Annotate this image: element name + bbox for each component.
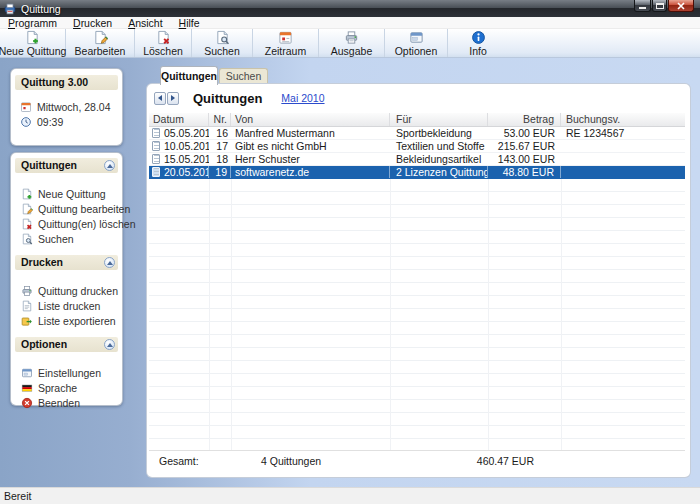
previous-month-button[interactable]	[154, 92, 166, 105]
sidebar-item-beenden[interactable]: Beenden	[11, 395, 122, 410]
maximize-button[interactable]	[652, 0, 667, 12]
toolbar-search-button[interactable]: Suchen	[192, 29, 253, 57]
export-icon	[21, 315, 33, 327]
next-month-button[interactable]	[167, 92, 179, 105]
section-header-optionen[interactable]: Optionen	[15, 337, 118, 352]
receipt-count: 4 Quittungen	[261, 455, 321, 467]
sidebar-info-header: Quittung 3.00	[15, 75, 118, 90]
table-row[interactable]: 15.05.2010 18 Herr Schuster Bekleidungsa…	[149, 153, 685, 166]
toolbar-info-button[interactable]: Info	[448, 29, 508, 57]
receipt-icon	[152, 167, 160, 177]
menu-programm[interactable]: Programm	[0, 17, 65, 29]
close-button[interactable]	[668, 0, 694, 12]
toolbar-delete-button[interactable]: Löschen	[135, 29, 192, 57]
section-header-drucken[interactable]: Drucken	[15, 255, 118, 270]
table-row-selected[interactable]: 20.05.2010 19 softwarenetz.de 2 Lizenzen…	[149, 166, 685, 179]
info-icon	[471, 30, 486, 45]
toolbar-new-receipt-button[interactable]: Neue Quittung	[0, 29, 66, 57]
menu-bar: Programm Drucken Ansicht Hilfe	[0, 17, 700, 29]
new-receipt-icon	[21, 188, 33, 200]
table-row[interactable]: 05.05.2010 16 Manfred Mustermann Sportbe…	[149, 127, 685, 140]
main-panel: Quittungen Mai 2010 Datum Nr. Von Für Be…	[146, 83, 691, 478]
sidebar-item-neue-quittung[interactable]: Neue Quittung	[11, 186, 122, 201]
quittung-app-window: { "window": { "title": "Quittung" }, "me…	[0, 0, 700, 504]
search-icon	[215, 30, 230, 45]
status-bar: Bereit	[0, 487, 700, 504]
table-row[interactable]: 10.05.2010 17 Gibt es nicht GmbH Textili…	[149, 140, 685, 153]
document-icon	[21, 300, 33, 312]
sidebar-item-sprache[interactable]: Sprache	[11, 380, 122, 395]
sidebar-item-quittung-loeschen[interactable]: Quittung(en) löschen	[11, 216, 122, 231]
maximize-icon	[656, 3, 664, 9]
sidebar-nav-panel: Quittungen Neue Quittung Quittung bearbe…	[10, 152, 123, 406]
total-amount: 460.47 EUR	[434, 455, 534, 467]
arrow-left-icon	[158, 95, 162, 101]
menu-hilfe[interactable]: Hilfe	[171, 17, 208, 29]
title-bar: Quittung	[0, 0, 700, 17]
search-icon	[21, 233, 33, 245]
page-title: Quittungen	[193, 91, 262, 106]
window-title: Quittung	[21, 3, 61, 15]
period-navigation: Quittungen Mai 2010	[154, 91, 325, 105]
edit-icon	[93, 30, 108, 45]
toolbar-options-button[interactable]: Optionen	[385, 29, 448, 57]
table-empty-area	[149, 179, 685, 450]
receipt-icon	[152, 141, 160, 151]
sidebar-item-liste-drucken[interactable]: Liste drucken	[11, 298, 122, 313]
toolbar-output-button[interactable]: Ausgabe	[319, 29, 385, 57]
delete-icon	[156, 30, 171, 45]
minimize-icon	[639, 7, 646, 9]
options-icon	[409, 30, 424, 45]
sidebar-item-liste-exportieren[interactable]: Liste exportieren	[11, 313, 122, 328]
period-link[interactable]: Mai 2010	[281, 92, 324, 104]
sidebar-item-einstellungen[interactable]: Einstellungen	[11, 365, 122, 380]
column-header-buchungsv[interactable]: Buchungsv.	[561, 113, 685, 126]
delete-icon	[21, 218, 33, 230]
sidebar-time: 09:39	[11, 114, 122, 129]
sidebar-date: Mittwoch, 28.04	[11, 99, 122, 114]
column-header-nr[interactable]: Nr.	[209, 113, 231, 126]
sidebar-item-quittung-drucken[interactable]: Quittung drucken	[11, 283, 122, 298]
app-icon	[4, 3, 16, 15]
sidebar-info-panel: Quittung 3.00 Mittwoch, 28.04 09:39	[10, 68, 123, 146]
table-footer: Gesamt: 4 Quittungen 460.47 EUR	[149, 450, 685, 467]
column-header-datum[interactable]: Datum	[149, 113, 209, 126]
german-flag-icon	[21, 382, 33, 394]
settings-icon	[21, 367, 33, 379]
arrow-right-icon	[171, 95, 175, 101]
toolbar-edit-button[interactable]: Bearbeiten	[66, 29, 135, 57]
sidebar-item-suchen[interactable]: Suchen	[11, 231, 122, 246]
edit-icon	[21, 203, 33, 215]
menu-ansicht[interactable]: Ansicht	[120, 17, 170, 29]
status-text: Bereit	[4, 490, 31, 502]
new-receipt-icon	[25, 30, 40, 45]
print-icon	[344, 30, 359, 45]
print-icon	[21, 285, 33, 297]
close-icon	[677, 2, 685, 10]
table-header: Datum Nr. Von Für Betrag Buchungsv.	[149, 113, 685, 127]
receipt-icon	[152, 128, 160, 138]
tab-quittungen[interactable]: Quittungen	[160, 66, 218, 85]
section-header-quittungen[interactable]: Quittungen	[15, 158, 118, 173]
collapse-icon[interactable]	[104, 160, 115, 171]
receipt-icon	[152, 154, 160, 164]
calendar-icon	[20, 101, 32, 113]
column-header-von[interactable]: Von	[231, 113, 390, 126]
tab-suchen[interactable]: Suchen	[219, 68, 268, 83]
column-header-fuer[interactable]: Für	[390, 113, 488, 126]
column-header-betrag[interactable]: Betrag	[488, 113, 561, 126]
quit-icon	[21, 397, 33, 409]
collapse-icon[interactable]	[104, 257, 115, 268]
clock-icon	[20, 116, 32, 128]
toolbar: Neue Quittung Bearbeiten Löschen Suchen …	[0, 29, 700, 58]
sidebar-item-quittung-bearbeiten[interactable]: Quittung bearbeiten	[11, 201, 122, 216]
calendar-icon	[278, 30, 293, 45]
menu-drucken[interactable]: Drucken	[65, 17, 120, 29]
content-area: Quittung 3.00 Mittwoch, 28.04 09:39 Quit…	[0, 58, 700, 487]
collapse-icon[interactable]	[104, 339, 115, 350]
minimize-button[interactable]	[634, 0, 651, 12]
total-label: Gesamt:	[159, 455, 199, 467]
toolbar-timerange-button[interactable]: Zeitraum	[253, 29, 319, 57]
